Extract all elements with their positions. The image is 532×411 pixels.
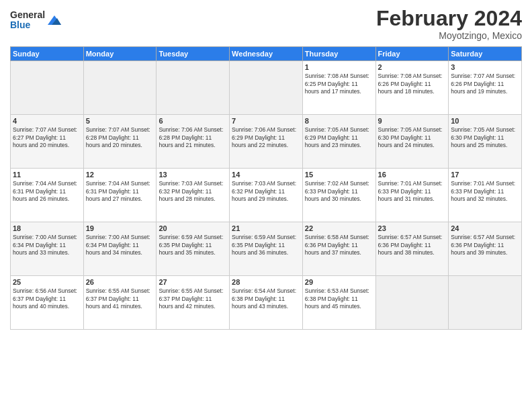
- day-number: 9: [378, 117, 447, 125]
- day-info: Sunrise: 6:56 AM Sunset: 6:37 PM Dayligh…: [13, 287, 81, 310]
- day-number: 6: [159, 117, 227, 125]
- day-info: Sunrise: 7:02 AM Sunset: 6:33 PM Dayligh…: [305, 180, 373, 203]
- calendar-cell: 23Sunrise: 6:57 AM Sunset: 6:36 PM Dayli…: [375, 222, 449, 276]
- calendar-cell: 15Sunrise: 7:02 AM Sunset: 6:33 PM Dayli…: [302, 169, 375, 222]
- calendar-week-4: 18Sunrise: 7:00 AM Sunset: 6:34 PM Dayli…: [11, 222, 522, 276]
- day-info: Sunrise: 7:00 AM Sunset: 6:34 PM Dayligh…: [86, 234, 154, 257]
- day-info: Sunrise: 7:05 AM Sunset: 6:30 PM Dayligh…: [378, 126, 447, 149]
- day-info: Sunrise: 6:57 AM Sunset: 6:36 PM Dayligh…: [378, 234, 447, 257]
- day-number: 14: [232, 171, 300, 179]
- day-info: Sunrise: 7:06 AM Sunset: 6:29 PM Dayligh…: [232, 126, 300, 149]
- calendar-cell: 26Sunrise: 6:55 AM Sunset: 6:37 PM Dayli…: [83, 276, 157, 330]
- location: Moyotzingo, Mexico: [376, 30, 522, 41]
- calendar-cell: 13Sunrise: 7:03 AM Sunset: 6:32 PM Dayli…: [157, 169, 230, 222]
- logo-blue-text: Blue: [10, 20, 45, 30]
- calendar-cell: 24Sunrise: 6:57 AM Sunset: 6:36 PM Dayli…: [449, 222, 522, 276]
- day-number: 16: [378, 171, 447, 179]
- calendar-cell: 28Sunrise: 6:54 AM Sunset: 6:38 PM Dayli…: [230, 276, 303, 330]
- day-number: 1: [305, 63, 373, 71]
- day-number: 20: [159, 224, 227, 232]
- day-number: 25: [13, 278, 81, 286]
- calendar-container: General Blue February 2024 Moyotzingo, M…: [0, 0, 532, 411]
- day-info: Sunrise: 7:00 AM Sunset: 6:34 PM Dayligh…: [13, 234, 81, 257]
- calendar-cell: 12Sunrise: 7:04 AM Sunset: 6:31 PM Dayli…: [83, 169, 157, 222]
- day-number: 2: [378, 63, 447, 71]
- day-info: Sunrise: 6:54 AM Sunset: 6:38 PM Dayligh…: [232, 287, 300, 310]
- logo: General Blue: [10, 10, 61, 31]
- day-info: Sunrise: 7:05 AM Sunset: 6:29 PM Dayligh…: [305, 126, 373, 149]
- day-number: 27: [159, 278, 227, 286]
- logo-icon: [46, 13, 61, 28]
- day-number: 4: [13, 117, 81, 125]
- day-info: Sunrise: 6:58 AM Sunset: 6:36 PM Dayligh…: [305, 234, 373, 257]
- calendar-cell: 21Sunrise: 6:59 AM Sunset: 6:35 PM Dayli…: [230, 222, 303, 276]
- header-row: Sunday Monday Tuesday Wednesday Thursday…: [11, 47, 522, 61]
- day-info: Sunrise: 6:53 AM Sunset: 6:38 PM Dayligh…: [305, 287, 373, 310]
- calendar-cell: 29Sunrise: 6:53 AM Sunset: 6:38 PM Dayli…: [302, 276, 375, 330]
- month-title: February 2024: [376, 7, 522, 30]
- day-number: 23: [378, 224, 447, 232]
- th-friday: Friday: [375, 47, 449, 61]
- calendar-cell: 16Sunrise: 7:01 AM Sunset: 6:33 PM Dayli…: [375, 169, 449, 222]
- header: General Blue February 2024 Moyotzingo, M…: [10, 7, 522, 41]
- calendar-cell: 9Sunrise: 7:05 AM Sunset: 6:30 PM Daylig…: [375, 115, 449, 169]
- day-number: 15: [305, 171, 373, 179]
- calendar-table: Sunday Monday Tuesday Wednesday Thursday…: [10, 46, 522, 330]
- calendar-cell: [11, 61, 84, 115]
- day-number: 3: [451, 63, 519, 71]
- day-info: Sunrise: 7:04 AM Sunset: 6:31 PM Dayligh…: [86, 180, 154, 203]
- day-number: 24: [451, 224, 519, 232]
- calendar-cell: [230, 61, 303, 115]
- day-info: Sunrise: 6:57 AM Sunset: 6:36 PM Dayligh…: [451, 234, 519, 257]
- th-monday: Monday: [83, 47, 157, 61]
- calendar-week-2: 4Sunrise: 7:07 AM Sunset: 6:27 PM Daylig…: [11, 115, 522, 169]
- day-info: Sunrise: 7:03 AM Sunset: 6:32 PM Dayligh…: [159, 180, 227, 203]
- day-info: Sunrise: 6:59 AM Sunset: 6:35 PM Dayligh…: [232, 234, 300, 257]
- day-number: 21: [232, 224, 300, 232]
- day-number: 22: [305, 224, 373, 232]
- day-number: 17: [451, 171, 519, 179]
- calendar-week-3: 11Sunrise: 7:04 AM Sunset: 6:31 PM Dayli…: [11, 169, 522, 222]
- day-number: 26: [86, 278, 154, 286]
- calendar-cell: 7Sunrise: 7:06 AM Sunset: 6:29 PM Daylig…: [230, 115, 303, 169]
- th-wednesday: Wednesday: [230, 47, 303, 61]
- calendar-cell: 17Sunrise: 7:01 AM Sunset: 6:33 PM Dayli…: [449, 169, 522, 222]
- calendar-cell: [157, 61, 230, 115]
- day-info: Sunrise: 7:01 AM Sunset: 6:33 PM Dayligh…: [451, 180, 519, 203]
- day-info: Sunrise: 7:06 AM Sunset: 6:28 PM Dayligh…: [159, 126, 227, 149]
- day-number: 10: [451, 117, 519, 125]
- day-number: 28: [232, 278, 300, 286]
- calendar-cell: 1Sunrise: 7:08 AM Sunset: 6:25 PM Daylig…: [302, 61, 375, 115]
- day-number: 5: [86, 117, 154, 125]
- calendar-cell: 27Sunrise: 6:55 AM Sunset: 6:37 PM Dayli…: [157, 276, 230, 330]
- day-info: Sunrise: 7:07 AM Sunset: 6:26 PM Dayligh…: [451, 73, 519, 95]
- calendar-cell: 3Sunrise: 7:07 AM Sunset: 6:26 PM Daylig…: [449, 61, 522, 115]
- day-info: Sunrise: 7:07 AM Sunset: 6:27 PM Dayligh…: [13, 126, 81, 149]
- day-number: 7: [232, 117, 300, 125]
- day-info: Sunrise: 7:03 AM Sunset: 6:32 PM Dayligh…: [232, 180, 300, 203]
- calendar-cell: 25Sunrise: 6:56 AM Sunset: 6:37 PM Dayli…: [11, 276, 84, 330]
- calendar-cell: [375, 276, 449, 330]
- calendar-week-5: 25Sunrise: 6:56 AM Sunset: 6:37 PM Dayli…: [11, 276, 522, 330]
- day-number: 19: [86, 224, 154, 232]
- day-info: Sunrise: 7:08 AM Sunset: 6:25 PM Dayligh…: [305, 73, 373, 95]
- day-number: 11: [13, 171, 81, 179]
- calendar-cell: 6Sunrise: 7:06 AM Sunset: 6:28 PM Daylig…: [157, 115, 230, 169]
- day-info: Sunrise: 6:55 AM Sunset: 6:37 PM Dayligh…: [159, 287, 227, 310]
- calendar-cell: 4Sunrise: 7:07 AM Sunset: 6:27 PM Daylig…: [11, 115, 84, 169]
- logo-general-text: General: [10, 10, 45, 20]
- day-number: 29: [305, 278, 373, 286]
- day-info: Sunrise: 6:55 AM Sunset: 6:37 PM Dayligh…: [86, 287, 154, 310]
- calendar-cell: 22Sunrise: 6:58 AM Sunset: 6:36 PM Dayli…: [302, 222, 375, 276]
- day-info: Sunrise: 7:05 AM Sunset: 6:30 PM Dayligh…: [451, 126, 519, 149]
- th-sunday: Sunday: [11, 47, 84, 61]
- day-info: Sunrise: 7:08 AM Sunset: 6:26 PM Dayligh…: [378, 73, 447, 95]
- calendar-cell: [83, 61, 157, 115]
- th-saturday: Saturday: [449, 47, 522, 61]
- day-info: Sunrise: 7:01 AM Sunset: 6:33 PM Dayligh…: [378, 180, 447, 203]
- th-thursday: Thursday: [302, 47, 375, 61]
- day-number: 8: [305, 117, 373, 125]
- calendar-cell: 11Sunrise: 7:04 AM Sunset: 6:31 PM Dayli…: [11, 169, 84, 222]
- calendar-cell: [449, 276, 522, 330]
- day-number: 12: [86, 171, 154, 179]
